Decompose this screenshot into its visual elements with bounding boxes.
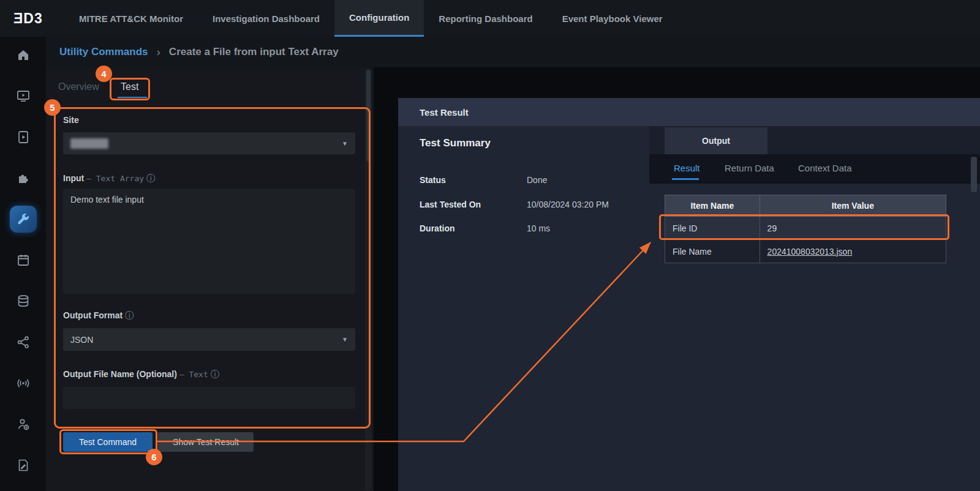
breadcrumb: Utility Commands › Create a File from in… bbox=[46, 37, 980, 67]
nav-reporting-dashboard[interactable]: Reporting Dashboard bbox=[424, 0, 547, 37]
tab-test-active-indicator bbox=[118, 97, 147, 98]
sidebar-item-integrations[interactable] bbox=[10, 165, 37, 192]
tab-return-data[interactable]: Return Data bbox=[725, 163, 774, 173]
duration-label: Duration bbox=[420, 223, 455, 233]
output-format-value: JSON bbox=[70, 335, 93, 345]
input-textarea[interactable]: Demo text file input bbox=[63, 189, 355, 294]
file-name-value-cell: 20241008032013.json bbox=[760, 240, 946, 263]
file-id-value-cell: 29 bbox=[760, 217, 946, 240]
output-file-name-type-hint: – Text bbox=[179, 370, 208, 379]
test-result-title: Test Result bbox=[420, 107, 469, 118]
tab-test[interactable]: Test bbox=[121, 81, 138, 92]
calendar-icon bbox=[16, 253, 31, 268]
document-edit-icon bbox=[16, 458, 31, 473]
output-format-select[interactable]: JSON ▼ bbox=[63, 328, 355, 351]
home-icon bbox=[16, 48, 31, 62]
test-command-button[interactable]: Test Command bbox=[63, 432, 153, 452]
info-icon[interactable]: ⓘ bbox=[211, 369, 219, 379]
nav-configuration[interactable]: Configuration bbox=[334, 0, 424, 37]
tab-overview[interactable]: Overview bbox=[58, 81, 99, 92]
table-row-file-name: File Name 20241008032013.json bbox=[665, 240, 946, 263]
chevron-down-icon: ▼ bbox=[342, 140, 348, 147]
result-table: Item Name Item Value File ID 29 File Nam… bbox=[665, 195, 946, 263]
site-label: Site bbox=[63, 115, 79, 125]
left-panel-scrollbar-thumb[interactable] bbox=[366, 70, 371, 162]
last-tested-on-value: 10/08/2024 03:20 PM bbox=[527, 200, 609, 209]
sidebar-item-geo-user[interactable] bbox=[10, 411, 37, 438]
output-file-name-label: Output File Name (Optional) – Text ⓘ bbox=[63, 369, 219, 380]
output-scrollbar-thumb[interactable] bbox=[971, 157, 977, 192]
tab-result-active-indicator bbox=[672, 178, 699, 180]
last-tested-on-label: Last Tested On bbox=[420, 200, 481, 209]
playbook-file-icon bbox=[16, 130, 31, 144]
test-result-header: Test Result bbox=[398, 98, 980, 126]
database-icon bbox=[16, 294, 31, 309]
output-format-label-text: Output Format bbox=[63, 310, 123, 320]
duration-value: 10 ms bbox=[527, 223, 550, 233]
broadcast-icon bbox=[16, 376, 31, 391]
share-nodes-icon bbox=[16, 335, 31, 350]
file-name-name-cell: File Name bbox=[665, 240, 760, 263]
sidebar-item-utility-commands[interactable] bbox=[10, 206, 37, 233]
left-icon-sidebar bbox=[0, 37, 46, 491]
redacted-site-value bbox=[70, 138, 108, 149]
status-label: Status bbox=[420, 175, 446, 185]
sidebar-item-home[interactable] bbox=[10, 42, 37, 69]
page-title: Create a File from input Text Array bbox=[169, 46, 339, 58]
output-format-label: Output Format ⓘ bbox=[63, 310, 134, 321]
wrench-icon bbox=[16, 212, 31, 227]
sidebar-item-data-management[interactable] bbox=[10, 288, 37, 315]
nav-mitre-attack-monitor[interactable]: MITRE ATT&CK Monitor bbox=[64, 0, 198, 37]
sidebar-item-report[interactable] bbox=[10, 452, 37, 479]
nav-event-playbook-viewer[interactable]: Event Playbook Viewer bbox=[548, 0, 677, 37]
sidebar-item-playbook[interactable] bbox=[10, 124, 37, 151]
input-label-text: Input bbox=[63, 173, 84, 183]
input-label: Input – Text Array ⓘ bbox=[63, 173, 155, 184]
user-globe-icon bbox=[16, 417, 31, 432]
sidebar-item-incident-monitor[interactable] bbox=[10, 83, 37, 110]
column-header-item-name: Item Name bbox=[665, 195, 760, 217]
nav-investigation-dashboard[interactable]: Investigation Dashboard bbox=[198, 0, 334, 37]
output-file-name-input[interactable] bbox=[63, 387, 355, 409]
output-file-name-label-text: Output File Name (Optional) bbox=[63, 369, 177, 379]
show-test-result-button[interactable]: Show Test Result bbox=[158, 432, 254, 452]
breadcrumb-utility-commands[interactable]: Utility Commands bbox=[59, 46, 148, 58]
input-type-hint: – Text Array bbox=[86, 174, 144, 183]
table-header-row: Item Name Item Value bbox=[665, 195, 946, 217]
test-summary-title: Test Summary bbox=[420, 137, 491, 149]
column-header-item-value: Item Value bbox=[760, 195, 946, 217]
top-navigation: ƎD3 MITRE ATT&CK Monitor Investigation D… bbox=[0, 0, 980, 37]
info-icon[interactable]: ⓘ bbox=[146, 173, 155, 183]
chevron-down-icon: ▼ bbox=[342, 336, 348, 343]
tab-context-data[interactable]: Context Data bbox=[798, 163, 852, 173]
file-name-link[interactable]: 20241008032013.json bbox=[767, 247, 853, 257]
incident-monitor-icon bbox=[16, 89, 31, 103]
d3-logo: ƎD3 bbox=[0, 0, 64, 37]
puzzle-icon bbox=[16, 171, 31, 186]
sidebar-item-broadcast[interactable] bbox=[10, 370, 37, 397]
table-row-file-id: File ID 29 bbox=[665, 217, 946, 240]
sidebar-item-schedule[interactable] bbox=[10, 247, 37, 274]
tab-output[interactable]: Output bbox=[665, 127, 767, 154]
tab-result[interactable]: Result bbox=[674, 163, 700, 173]
sidebar-item-connections[interactable] bbox=[10, 329, 37, 356]
status-value: Done bbox=[527, 175, 547, 185]
file-id-name-cell: File ID bbox=[665, 217, 760, 240]
chevron-right-icon: › bbox=[157, 45, 160, 59]
info-icon[interactable]: ⓘ bbox=[125, 310, 134, 320]
site-select[interactable]: ▼ bbox=[63, 132, 355, 154]
